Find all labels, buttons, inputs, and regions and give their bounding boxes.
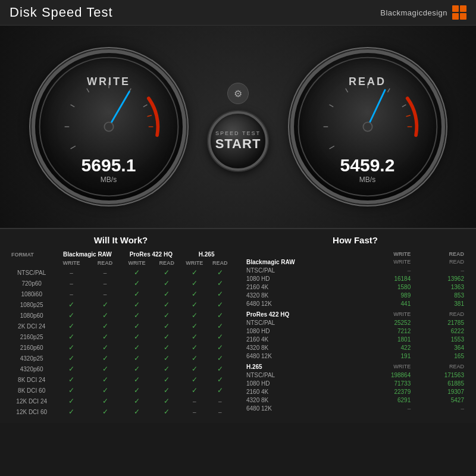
fast-row-label: NTSC/PAL xyxy=(244,318,360,327)
will-table-cell: ✓ xyxy=(121,289,152,299)
will-table-cell: ✓ xyxy=(208,267,232,278)
fast-table-row: 6480 12K–– xyxy=(244,404,466,412)
will-row-label: NTSC/PAL xyxy=(10,267,54,278)
will-table-row: 2160p25✓✓✓✓✓✓ xyxy=(10,331,232,342)
svg-line-22 xyxy=(356,90,396,127)
will-table-cell: – xyxy=(89,278,121,289)
will-table-cell: ✓ xyxy=(181,364,208,374)
fast-write-val: 198864 xyxy=(360,371,414,379)
fast-read-val: 21785 xyxy=(413,318,466,327)
svg-line-16 xyxy=(345,89,347,93)
fast-row-label: 6480 12K xyxy=(244,352,360,360)
svg-line-13 xyxy=(329,146,334,149)
will-table-cell: ✓ xyxy=(208,364,232,374)
will-table-cell: ✓ xyxy=(152,299,181,310)
brand-area: Blackmagicdesign xyxy=(380,5,466,20)
will-table-row: 8K DCI 24✓✓✓✓✓✓ xyxy=(10,374,232,385)
will-it-work-heading: Will It Work? xyxy=(10,235,232,245)
fast-write-val: 422 xyxy=(360,343,414,352)
gauges-section: WRITE 5695.1 MB/s ⚙ SPEED TEST START xyxy=(0,26,476,228)
fast-group-header-row: H.265WRITEREAD xyxy=(244,362,466,371)
will-row-label: 1080i60 xyxy=(10,289,54,299)
will-table-row: 1080p25✓✓✓✓✓✓ xyxy=(10,299,232,310)
svg-line-3 xyxy=(70,105,74,107)
fast-row-label: 6480 12K xyxy=(244,299,360,308)
will-table-cell: ✓ xyxy=(152,342,181,353)
will-table-cell: ✓ xyxy=(208,353,232,364)
will-table-cell: ✓ xyxy=(89,396,121,406)
will-table-cell: ✓ xyxy=(54,321,89,331)
fast-row-label: 4320 8K xyxy=(244,343,360,352)
will-table-cell: – xyxy=(181,396,208,406)
fast-read-val: – xyxy=(413,266,466,274)
fast-read-val: 13962 xyxy=(413,274,466,283)
will-row-label: 4320p60 xyxy=(10,364,54,374)
will-row-label: 2K DCI 24 xyxy=(10,321,54,331)
fast-table-row: 1080 HD72126222 xyxy=(244,327,466,335)
fast-write-val: – xyxy=(360,266,414,274)
read-gauge-wrapper: READ 5459.2 MB/s xyxy=(277,49,458,204)
fast-group-name: H.265 xyxy=(244,362,360,371)
will-table-cell: ✓ xyxy=(208,331,232,342)
fast-write-val: – xyxy=(360,404,414,412)
will-table-cell: ✓ xyxy=(152,406,181,417)
fast-table-row: NTSC/PAL2525221785 xyxy=(244,318,466,327)
fast-write-val: 7212 xyxy=(360,327,414,335)
fast-write-val: 1580 xyxy=(360,283,414,291)
fast-table-row: 6480 12K441381 xyxy=(244,299,466,308)
svg-line-15 xyxy=(329,105,333,107)
will-table-cell: ✓ xyxy=(89,353,121,364)
fast-row-label: 2160 4K xyxy=(244,283,360,291)
will-table-cell: ✓ xyxy=(152,385,181,396)
will-table-cell: ✓ xyxy=(152,353,181,364)
fast-write-val: 1801 xyxy=(360,335,414,343)
will-table-cell: ✓ xyxy=(152,278,181,289)
will-table-row: 12K DCI 24✓✓✓✓–– xyxy=(10,396,232,406)
will-table-cell: – xyxy=(208,406,232,417)
will-table-cell: ✓ xyxy=(89,310,121,321)
fast-row-label: 6480 12K xyxy=(244,404,360,412)
will-table-cell: – xyxy=(54,289,89,299)
will-table-row: 1080p60✓✓✓✓✓✓ xyxy=(10,310,232,321)
h265-group-header: H.265 xyxy=(181,250,232,259)
will-table-cell: ✓ xyxy=(181,299,208,310)
will-table-row: 8K DCI 60✓✓✓✓✓✓ xyxy=(10,385,232,396)
fast-row-label: 2160 4K xyxy=(244,335,360,343)
fast-table-row: 6480 12K191165 xyxy=(244,352,466,360)
will-row-label: 12K DCI 24 xyxy=(10,396,54,406)
will-table-cell: ✓ xyxy=(89,299,121,310)
will-table-cell: ✓ xyxy=(121,310,152,321)
how-fast-heading: How Fast? xyxy=(244,235,466,245)
fast-write-val: 25252 xyxy=(360,318,414,327)
will-table-cell: ✓ xyxy=(121,299,152,310)
will-table-cell: ✓ xyxy=(208,299,232,310)
will-table-row: 4320p60✓✓✓✓✓✓ xyxy=(10,364,232,374)
will-table-cell: ✓ xyxy=(152,364,181,374)
fast-row-label: 4320 8K xyxy=(244,291,360,299)
braw-write-header: WRITE xyxy=(54,259,89,267)
will-row-label: 4320p25 xyxy=(10,353,54,364)
read-label: READ xyxy=(349,76,386,88)
will-table-cell: ✓ xyxy=(89,374,121,385)
how-fast-section: How Fast? WRITE READ Blackmagic RAWWRITE… xyxy=(244,235,466,417)
will-table-row: 1080i60––✓✓✓✓ xyxy=(10,289,232,299)
svg-line-4 xyxy=(86,89,89,93)
fast-write-val: 441 xyxy=(360,299,414,308)
fast-read-val: 364 xyxy=(413,343,466,352)
center-controls: ⚙ SPEED TEST START xyxy=(199,83,277,171)
h265-write-header: WRITE xyxy=(181,259,208,267)
start-button[interactable]: SPEED TEST START xyxy=(208,111,268,171)
will-table-cell: ✓ xyxy=(181,289,208,299)
will-table-cell: ✓ xyxy=(181,321,208,331)
fast-read-val: 853 xyxy=(413,291,466,299)
will-table-cell: ✓ xyxy=(208,385,232,396)
will-table-cell: ✓ xyxy=(208,310,232,321)
fast-read-val: 165 xyxy=(413,352,466,360)
fast-read-val: 171563 xyxy=(413,371,466,379)
fast-table-row: 2160 4K15801363 xyxy=(244,283,466,291)
will-table-cell: – xyxy=(54,278,89,289)
gear-button[interactable]: ⚙ xyxy=(227,83,249,104)
read-col-header: READ xyxy=(413,250,466,258)
how-fast-table: WRITE READ Blackmagic RAWWRITEREADNTSC/P… xyxy=(244,250,466,412)
fast-read-val: 381 xyxy=(413,299,466,308)
